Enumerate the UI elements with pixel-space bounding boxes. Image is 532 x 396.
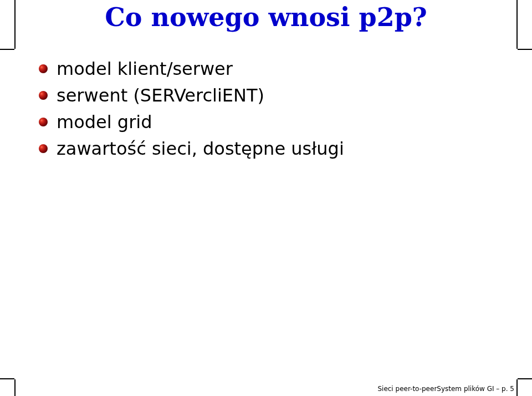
list-item-text: model grid [57, 111, 152, 133]
frame-corner-tl-h [0, 49, 14, 50]
list-item: zawartość sieci, dostępne usługi [39, 138, 499, 159]
list-item-text: serwent (SERVercliENT) [57, 85, 264, 106]
content-area: model klient/serwer serwent (SERVercliEN… [39, 58, 499, 165]
slide-title: Co nowego wnosi p2p? [0, 2, 532, 32]
slide-footer: Sieci peer-to-peerSystem plików GI – p. … [377, 385, 514, 393]
list-item-text: zawartość sieci, dostępne usługi [57, 138, 344, 159]
list-item: model klient/serwer [39, 58, 499, 79]
frame-corner-bl-h [0, 378, 14, 379]
bullet-icon [39, 64, 48, 73]
frame-corner-tr-h [518, 49, 532, 50]
bullet-icon [39, 118, 48, 126]
list-item: serwent (SERVercliENT) [39, 85, 499, 106]
frame-corner-br-v [516, 379, 518, 396]
frame-corner-bl-v [14, 379, 16, 396]
frame-corner-br-h [518, 378, 532, 379]
bullet-icon [39, 144, 48, 153]
slide: Co nowego wnosi p2p? model klient/serwer… [0, 0, 532, 396]
list-item-text: model klient/serwer [57, 58, 233, 79]
list-item: model grid [39, 111, 499, 133]
bullet-icon [39, 91, 48, 100]
